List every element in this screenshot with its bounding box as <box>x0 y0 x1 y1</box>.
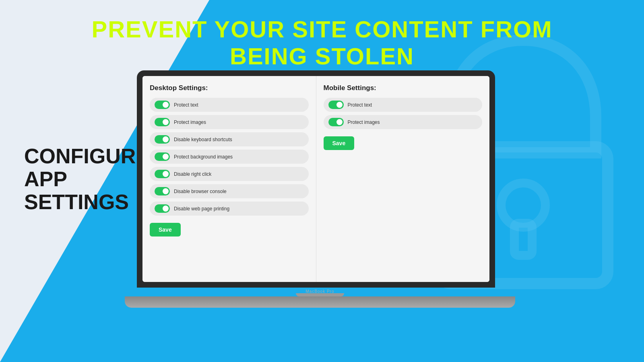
toggle-protect-text-switch[interactable] <box>155 101 170 109</box>
mobile-toggle-protect-text-label: Protect text <box>348 102 372 108</box>
mobile-toggle-protect-images-label: Protect images <box>348 119 380 125</box>
laptop-mockup: Desktop Settings: Protect text Protect i… <box>137 70 503 308</box>
mobile-panel-title: Mobile Settings: <box>324 84 483 92</box>
toggle-web-printing-switch[interactable] <box>155 204 170 213</box>
toggle-right-click-switch[interactable] <box>155 170 170 178</box>
laptop-notch <box>296 293 344 296</box>
desktop-toggle-web-printing: Disable web page printing <box>150 202 309 216</box>
toggle-browser-console-switch[interactable] <box>155 187 170 195</box>
macbook-label: MacBook Pro <box>305 289 334 294</box>
main-headline: PREVENT YOUR SITE CONTENT FROM BEING STO… <box>0 16 644 70</box>
desktop-toggle-browser-console: Disable browser console <box>150 184 309 198</box>
toggle-protect-bg-images-label: Protect background images <box>174 154 233 160</box>
desktop-toggle-keyboard-shortcuts: Disable keyboard shortcuts <box>150 132 309 146</box>
mobile-save-button[interactable]: Save <box>324 136 355 150</box>
toggle-protect-text-label: Protect text <box>174 102 198 108</box>
desktop-toggle-protect-bg-images: Protect background images <box>150 150 309 164</box>
toggle-protect-images-label: Protect images <box>174 119 206 125</box>
mobile-toggle-protect-images-switch[interactable] <box>328 118 344 126</box>
mobile-settings-panel: Mobile Settings: Protect text Protect im… <box>316 76 490 282</box>
toggle-protect-images-switch[interactable] <box>155 118 170 126</box>
desktop-toggle-protect-text: Protect text <box>150 98 309 112</box>
laptop-screen: Desktop Settings: Protect text Protect i… <box>142 76 489 282</box>
toggle-right-click-label: Disable right click <box>174 171 211 177</box>
toggle-keyboard-shortcuts-switch[interactable] <box>155 135 170 144</box>
laptop-base <box>125 296 515 308</box>
mobile-toggle-protect-text: Protect text <box>324 98 483 112</box>
mobile-toggle-protect-images: Protect images <box>324 115 483 129</box>
toggle-protect-bg-images-switch[interactable] <box>155 152 170 161</box>
desktop-settings-panel: Desktop Settings: Protect text Protect i… <box>142 76 316 282</box>
toggle-keyboard-shortcuts-label: Disable keyboard shortcuts <box>174 137 232 142</box>
desktop-save-button[interactable]: Save <box>150 223 181 237</box>
toggle-browser-console-label: Disable browser console <box>174 189 227 194</box>
toggle-web-printing-label: Disable web page printing <box>174 206 229 212</box>
screen-content: Desktop Settings: Protect text Protect i… <box>142 76 489 282</box>
laptop-body: Desktop Settings: Protect text Protect i… <box>137 70 495 288</box>
configure-text: CONFIGURE APP SETTINGS <box>24 145 150 214</box>
desktop-toggle-right-click: Disable right click <box>150 167 309 181</box>
mobile-toggle-protect-text-switch[interactable] <box>328 101 344 109</box>
desktop-panel-title: Desktop Settings: <box>150 84 309 92</box>
desktop-toggle-protect-images: Protect images <box>150 115 309 129</box>
